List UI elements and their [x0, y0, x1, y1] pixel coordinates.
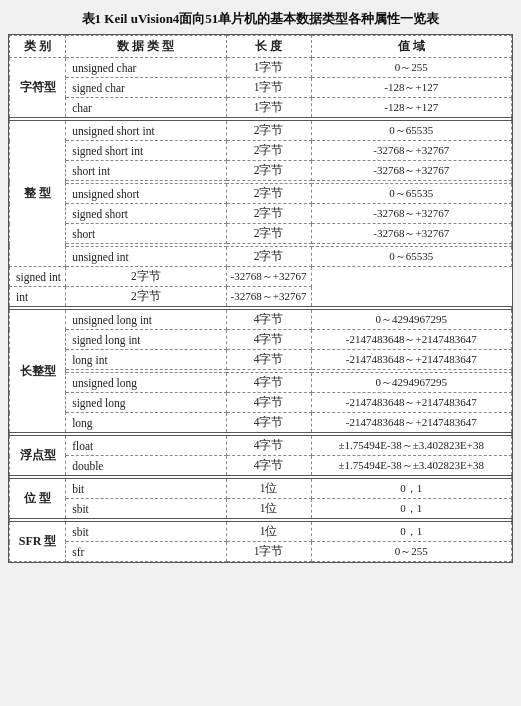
page-title: 表1 Keil uVision4面向51单片机的基本数据类型各种属性一览表: [8, 10, 513, 28]
table-row: signed short int2字节-32768～+32767: [10, 141, 512, 161]
range-cell: 0～65535: [311, 247, 511, 267]
type-cell: signed char: [66, 78, 226, 98]
range-cell: ±1.75494E-38～±3.402823E+38: [311, 436, 511, 456]
table-row: unsigned short2字节0～65535: [10, 184, 512, 204]
table-row: 长整型unsigned long int4字节0～4294967295: [10, 310, 512, 330]
length-cell: 4字节: [226, 373, 311, 393]
type-cell: long: [66, 413, 226, 433]
range-cell: 0，1: [311, 479, 511, 499]
length-cell: 2字节: [226, 161, 311, 181]
length-cell: 1位: [226, 499, 311, 519]
range-cell: 0～255: [311, 58, 511, 78]
range-cell: -32768～+32767: [226, 287, 311, 307]
type-cell: sbit: [66, 522, 226, 542]
main-table: 类 别 数 据 类 型 长 度 值 域 字符型unsigned char1字节0…: [8, 34, 513, 563]
range-cell: -2147483648～+2147483647: [311, 330, 511, 350]
category-cell: 整 型: [10, 121, 66, 267]
type-cell: sfr: [66, 542, 226, 562]
header-category: 类 别: [10, 36, 66, 58]
type-cell: bit: [66, 479, 226, 499]
type-cell: signed short: [66, 204, 226, 224]
range-cell: -128～+127: [311, 98, 511, 118]
header-length: 长 度: [226, 36, 311, 58]
range-cell: 0～255: [311, 542, 511, 562]
type-cell: signed int: [10, 267, 66, 287]
length-cell: 4字节: [226, 413, 311, 433]
type-cell: unsigned short: [66, 184, 226, 204]
table-row: signed short2字节-32768～+32767: [10, 204, 512, 224]
type-cell: unsigned char: [66, 58, 226, 78]
table-row: long int4字节-2147483648～+2147483647: [10, 350, 512, 370]
length-cell: 2字节: [226, 184, 311, 204]
type-cell: unsigned long int: [66, 310, 226, 330]
table-row: short int2字节-32768～+32767: [10, 161, 512, 181]
length-cell: 4字节: [226, 456, 311, 476]
category-cell: 字符型: [10, 58, 66, 118]
length-cell: 2字节: [226, 247, 311, 267]
length-cell: 1字节: [226, 542, 311, 562]
type-cell: signed long: [66, 393, 226, 413]
length-cell: 1字节: [226, 98, 311, 118]
table-row: signed long int4字节-2147483648～+214748364…: [10, 330, 512, 350]
type-cell: short int: [66, 161, 226, 181]
table-row: int2字节-32768～+32767: [10, 287, 512, 307]
type-cell: sbit: [66, 499, 226, 519]
range-cell: -2147483648～+2147483647: [311, 413, 511, 433]
category-cell: SFR 型: [10, 522, 66, 562]
table-row: long4字节-2147483648～+2147483647: [10, 413, 512, 433]
table-row: signed int2字节-32768～+32767: [10, 267, 512, 287]
header-type: 数 据 类 型: [66, 36, 226, 58]
range-cell: -128～+127: [311, 78, 511, 98]
type-cell: unsigned int: [66, 247, 226, 267]
range-cell: 0～4294967295: [311, 373, 511, 393]
table-row: 整 型unsigned short int2字节0～65535: [10, 121, 512, 141]
range-cell: -32768～+32767: [311, 204, 511, 224]
length-cell: 4字节: [226, 330, 311, 350]
range-cell: 0，1: [311, 522, 511, 542]
table-row: char1字节-128～+127: [10, 98, 512, 118]
length-cell: 2字节: [226, 121, 311, 141]
length-cell: 2字节: [66, 287, 226, 307]
type-cell: signed short int: [66, 141, 226, 161]
length-cell: 4字节: [226, 436, 311, 456]
type-cell: short: [66, 224, 226, 244]
table-row: 位 型bit1位0，1: [10, 479, 512, 499]
length-cell: 1字节: [226, 58, 311, 78]
header-range: 值 域: [311, 36, 511, 58]
length-cell: 4字节: [226, 393, 311, 413]
table-row: sfr1字节0～255: [10, 542, 512, 562]
length-cell: 4字节: [226, 310, 311, 330]
type-cell: char: [66, 98, 226, 118]
table-row: signed char1字节-128～+127: [10, 78, 512, 98]
type-cell: unsigned long: [66, 373, 226, 393]
length-cell: 2字节: [226, 141, 311, 161]
type-cell: signed long int: [66, 330, 226, 350]
length-cell: 1位: [226, 522, 311, 542]
length-cell: 4字节: [226, 350, 311, 370]
table-row: 字符型unsigned char1字节0～255: [10, 58, 512, 78]
type-cell: long int: [66, 350, 226, 370]
table-row: signed long4字节-2147483648～+2147483647: [10, 393, 512, 413]
table-row: sbit1位0，1: [10, 499, 512, 519]
table-row: double4字节±1.75494E-38～±3.402823E+38: [10, 456, 512, 476]
table-header: 类 别 数 据 类 型 长 度 值 域: [10, 36, 512, 58]
range-cell: 0～4294967295: [311, 310, 511, 330]
range-cell: ±1.75494E-38～±3.402823E+38: [311, 456, 511, 476]
category-cell: 长整型: [10, 310, 66, 433]
table-row: unsigned long4字节0～4294967295: [10, 373, 512, 393]
range-cell: -32768～+32767: [311, 161, 511, 181]
range-cell: 0～65535: [311, 121, 511, 141]
length-cell: 2字节: [66, 267, 226, 287]
range-cell: 0～65535: [311, 184, 511, 204]
range-cell: -2147483648～+2147483647: [311, 350, 511, 370]
table-row: SFR 型sbit1位0，1: [10, 522, 512, 542]
length-cell: 2字节: [226, 224, 311, 244]
type-cell: double: [66, 456, 226, 476]
table-row: unsigned int2字节0～65535: [10, 247, 512, 267]
table-row: short2字节-32768～+32767: [10, 224, 512, 244]
type-cell: float: [66, 436, 226, 456]
type-cell: unsigned short int: [66, 121, 226, 141]
range-cell: -32768～+32767: [311, 141, 511, 161]
length-cell: 1位: [226, 479, 311, 499]
type-cell: int: [10, 287, 66, 307]
